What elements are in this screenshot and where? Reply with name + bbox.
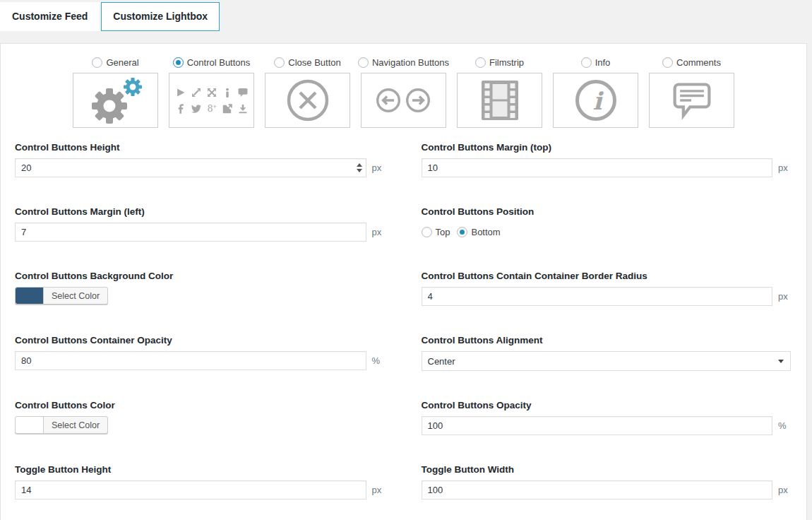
svg-text:8: 8 [207, 104, 213, 114]
section-radio-comments[interactable]: Comments [662, 57, 721, 68]
unit-label: px [778, 485, 791, 495]
section-label: Filmstrip [489, 57, 524, 68]
section-radio-filmstrip[interactable]: Filmstrip [475, 57, 524, 68]
section-close-button: Close Button [265, 57, 350, 128]
control-buttons-margin-left-input[interactable] [15, 223, 366, 242]
svg-text:i: i [592, 87, 604, 115]
comment-small-icon [238, 88, 248, 98]
buttons-color-swatch [16, 417, 44, 433]
navigation-arrows-icon [376, 87, 432, 114]
field-toggle-button-height: Toggle Button Height px [15, 464, 385, 500]
position-radio-bottom[interactable]: Bottom [457, 227, 500, 238]
tab-bar: Customize Feed Customize Lightbox [0, 0, 812, 31]
expand-icon [191, 88, 201, 98]
field-control-buttons-container-border-radius: Control Buttons Contain Container Border… [422, 271, 792, 306]
section-radio-info[interactable]: Info [581, 57, 611, 68]
field-label: Control Buttons Color [15, 400, 385, 410]
filmstrip-icon [479, 80, 521, 121]
gears-icon [83, 76, 148, 124]
lightbox-section-selector: General [1, 57, 806, 128]
control-buttons-height-input[interactable] [15, 158, 366, 177]
field-label: Control Buttons Contain Container Border… [422, 271, 792, 281]
section-label: Navigation Buttons [372, 57, 449, 68]
radio-icon [475, 57, 486, 68]
radio-icon [457, 227, 467, 237]
section-panel-general[interactable] [73, 73, 158, 128]
section-navigation-buttons: Navigation Buttons [361, 57, 446, 128]
tab-customize-lightbox[interactable]: Customize Lightbox [101, 2, 220, 31]
background-color-picker-button[interactable]: Select Color [15, 287, 108, 305]
section-panel-filmstrip[interactable] [457, 73, 542, 128]
section-radio-navigation-buttons[interactable]: Navigation Buttons [358, 57, 449, 68]
toggle-button-height-input[interactable] [15, 480, 366, 500]
facebook-icon [176, 104, 186, 114]
section-filmstrip: Filmstrip [457, 57, 542, 128]
section-panel-control-buttons[interactable]: 8+ [169, 73, 254, 128]
container-opacity-input[interactable] [15, 351, 366, 370]
field-toggle-button-width: Toggle Button Width px [422, 464, 792, 500]
container-border-radius-input[interactable] [422, 287, 773, 306]
unit-label: % [372, 355, 385, 366]
field-control-buttons-margin-left: Control Buttons Margin (left) px [15, 206, 385, 242]
section-panel-close-button[interactable] [265, 73, 350, 128]
download-icon [238, 104, 248, 114]
control-buttons-opacity-input[interactable] [422, 416, 773, 435]
radio-icon [173, 57, 184, 68]
field-control-buttons-height: Control Buttons Height px [15, 142, 385, 177]
control-buttons-margin-top-input[interactable] [422, 158, 773, 177]
unit-label: px [778, 291, 791, 302]
radio-icon [422, 227, 432, 237]
section-radio-close-button[interactable]: Close Button [274, 57, 340, 68]
section-info: Info i [553, 57, 638, 128]
toggle-button-width-input[interactable] [422, 480, 773, 500]
section-label: Info [595, 57, 611, 68]
radio-icon [662, 57, 673, 68]
comments-bubble-icon [671, 81, 713, 120]
external-link-icon [222, 104, 232, 114]
radio-icon [358, 57, 369, 68]
field-control-buttons-background-color: Control Buttons Background Color Select … [15, 271, 385, 306]
alignment-select[interactable]: Center [422, 351, 792, 371]
field-label: Control Buttons Margin (top) [422, 142, 792, 153]
unit-label: px [372, 485, 385, 495]
section-radio-control-buttons[interactable]: Control Buttons [173, 57, 251, 68]
radio-icon [581, 57, 592, 68]
background-color-swatch [16, 288, 44, 304]
field-label: Toggle Button Width [422, 464, 792, 475]
section-label: Control Buttons [187, 57, 251, 68]
field-label: Control Buttons Container Opacity [15, 335, 385, 345]
tab-customize-feed[interactable]: Customize Feed [0, 2, 100, 31]
field-label: Control Buttons Height [15, 142, 385, 153]
section-panel-navigation-buttons[interactable] [361, 73, 446, 128]
twitter-icon [191, 104, 201, 114]
field-control-buttons-opacity: Control Buttons Opacity % [422, 400, 792, 435]
field-label: Control Buttons Position [422, 206, 792, 217]
select-color-label: Select Color [44, 417, 107, 433]
field-control-buttons-margin-top: Control Buttons Margin (top) px [422, 142, 792, 177]
field-label: Toggle Button Height [15, 464, 385, 475]
number-spinner-icon[interactable] [357, 158, 362, 177]
field-label: Control Buttons Margin (left) [15, 206, 385, 217]
fullscreen-icon [207, 88, 217, 98]
section-comments: Comments [649, 57, 734, 128]
field-control-buttons-position: Control Buttons Position Top Bottom [422, 206, 792, 242]
section-radio-general[interactable]: General [92, 57, 138, 68]
section-control-buttons: Control Buttons 8+ [169, 57, 254, 128]
info-circle-icon: i [574, 78, 618, 122]
unit-label: px [372, 162, 385, 173]
select-color-label: Select Color [44, 288, 107, 304]
field-control-buttons-color: Control Buttons Color Select Color [15, 400, 385, 435]
position-radio-top[interactable]: Top [422, 227, 450, 238]
section-label: Comments [676, 57, 721, 68]
control-buttons-icons: 8+ [176, 88, 248, 114]
lightbox-settings-panel: General [0, 43, 807, 520]
close-circle-icon [286, 78, 330, 122]
section-panel-info[interactable]: i [553, 73, 638, 128]
field-label: Control Buttons Background Color [15, 271, 385, 281]
section-general: General [73, 57, 158, 128]
radio-icon [92, 57, 102, 68]
field-label: Control Buttons Opacity [422, 400, 792, 410]
section-panel-comments[interactable] [649, 73, 734, 128]
buttons-color-picker-button[interactable]: Select Color [15, 416, 108, 434]
info-small-icon [222, 88, 232, 98]
